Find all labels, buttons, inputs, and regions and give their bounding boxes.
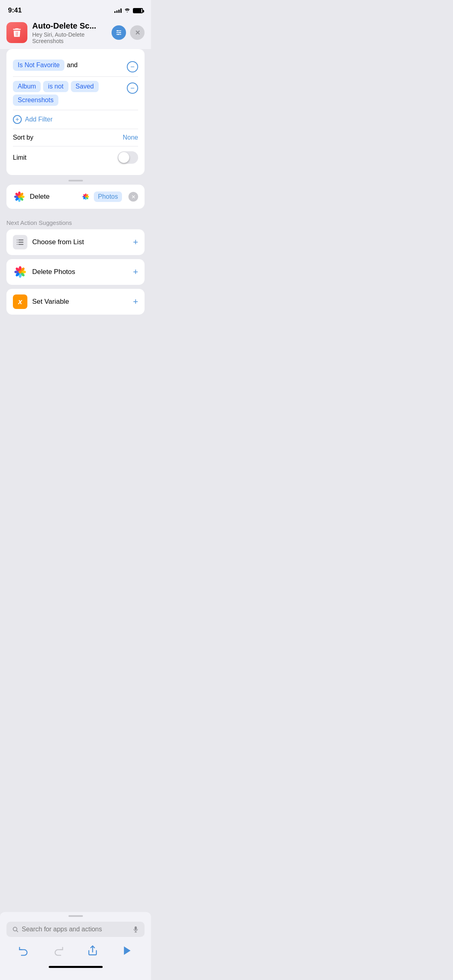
battery-icon	[133, 8, 143, 13]
trash-icon	[11, 27, 23, 38]
svg-point-0	[117, 30, 118, 31]
limit-toggle[interactable]	[118, 151, 138, 164]
sort-by-row[interactable]: Sort by None	[13, 129, 138, 146]
main-content: Is Not Favorite and − Album is not Saved…	[0, 49, 151, 209]
filter-row-2-content: Album is not Saved Screenshots	[13, 81, 124, 106]
filter-row-1-content: Is Not Favorite and	[13, 60, 124, 71]
signal-icon	[114, 8, 122, 13]
filter-row-1: Is Not Favorite and −	[13, 56, 138, 77]
delete-label: Delete	[30, 193, 78, 201]
sort-by-label: Sort by	[13, 134, 33, 141]
header-actions: ✕	[112, 25, 145, 40]
svg-point-2	[118, 34, 119, 35]
header: Auto-Delete Sc... Hey Siri, Auto-Delete …	[0, 18, 151, 49]
svg-rect-21	[17, 240, 18, 241]
is-not-tag[interactable]: is not	[43, 81, 68, 92]
choose-from-list-label: Choose from List	[32, 238, 128, 246]
set-variable-add-button[interactable]: +	[133, 296, 138, 307]
delete-photos-label: Delete Photos	[32, 268, 128, 276]
filter-button[interactable]	[112, 25, 126, 40]
suggestions-section: Next Action Suggestions Choose from List…	[0, 215, 151, 315]
delete-action-card: Delete Photos ✕	[6, 185, 145, 209]
filter-row-2: Album is not Saved Screenshots −	[13, 77, 138, 110]
svg-rect-26	[18, 244, 23, 245]
header-text: Auto-Delete Sc... Hey Siri, Auto-Delete …	[32, 21, 107, 44]
saved-tag[interactable]: Saved	[71, 81, 99, 92]
set-variable-label: Set Variable	[32, 298, 128, 306]
screenshots-tag[interactable]: Screenshots	[13, 95, 58, 106]
close-button[interactable]: ✕	[130, 25, 145, 40]
app-title: Auto-Delete Sc...	[32, 21, 107, 31]
photos-app-icon	[13, 190, 26, 203]
app-subtitle: Hey Siri, Auto-Delete Screenshots	[32, 31, 107, 44]
drag-handle	[68, 180, 83, 181]
sort-by-value: None	[123, 134, 138, 141]
status-bar: 9:41	[0, 0, 151, 18]
wifi-icon	[124, 8, 130, 13]
variable-x-label: x	[18, 298, 22, 306]
delete-photos-add-button[interactable]: +	[133, 267, 138, 277]
suggestion-delete-photos[interactable]: Delete Photos +	[6, 259, 145, 285]
remove-filter-1-button[interactable]: −	[127, 61, 138, 72]
suggestion-choose-from-list[interactable]: Choose from List +	[6, 229, 145, 255]
svg-rect-24	[18, 242, 23, 243]
set-variable-icon: x	[13, 294, 27, 309]
limit-label: Limit	[13, 154, 27, 161]
svg-rect-25	[17, 244, 18, 245]
photos-flower-icon	[13, 265, 27, 279]
sliders-icon	[115, 29, 122, 36]
limit-row: Limit	[13, 146, 138, 169]
suggestions-title: Next Action Suggestions	[0, 215, 151, 229]
remove-filter-2-button[interactable]: −	[127, 82, 138, 94]
album-tag[interactable]: Album	[13, 81, 41, 92]
list-icon	[16, 238, 25, 247]
choose-from-list-icon	[13, 235, 27, 249]
is-not-favorite-tag[interactable]: Is Not Favorite	[13, 60, 64, 71]
suggestion-set-variable[interactable]: x Set Variable +	[6, 289, 145, 315]
status-time: 9:41	[8, 6, 22, 14]
photos-action-tag[interactable]: Photos	[94, 191, 122, 202]
add-filter-label: Add Filter	[25, 116, 52, 123]
delete-photos-icon	[13, 265, 27, 279]
filter-card: Is Not Favorite and − Album is not Saved…	[6, 49, 145, 175]
and-connector: and	[67, 62, 78, 69]
delete-action-close-button[interactable]: ✕	[128, 192, 138, 202]
add-filter-row[interactable]: + Add Filter	[13, 110, 138, 129]
svg-rect-22	[18, 240, 23, 241]
app-icon	[6, 22, 27, 43]
add-filter-icon: +	[13, 115, 22, 124]
photos-tag-icon	[82, 193, 90, 201]
svg-point-1	[120, 32, 121, 33]
status-icons	[114, 8, 143, 13]
svg-rect-23	[17, 242, 18, 243]
choose-from-list-add-button[interactable]: +	[133, 237, 138, 247]
